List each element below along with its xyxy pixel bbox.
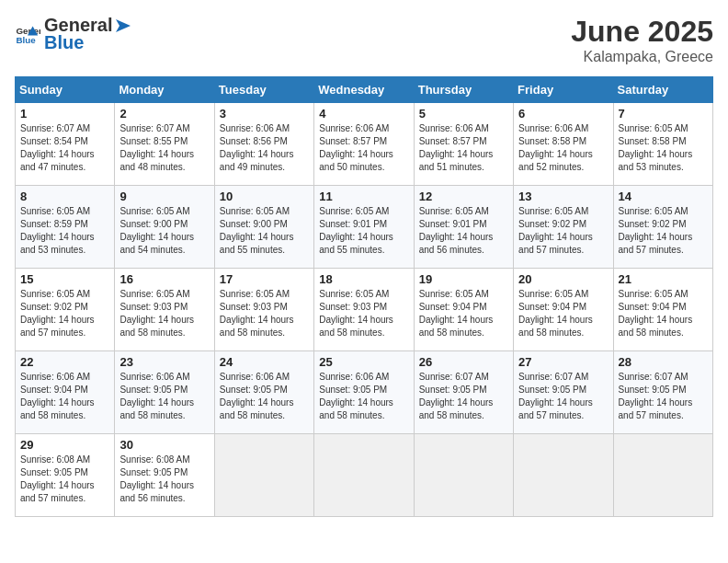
day-number: 8 (20, 190, 109, 203)
day-info: Sunrise: 6:05 AM Sunset: 9:04 PM Dayligh… (619, 288, 708, 339)
calendar-cell: 9Sunrise: 6:05 AM Sunset: 9:00 PM Daylig… (115, 186, 214, 269)
calendar-cell: 13Sunrise: 6:05 AM Sunset: 9:02 PM Dayli… (514, 186, 613, 269)
col-header-tuesday: Tuesday (214, 77, 313, 103)
day-number: 11 (319, 190, 408, 203)
col-header-friday: Friday (514, 77, 613, 103)
day-number: 9 (119, 190, 209, 203)
logo-text-block: General Blue (44, 15, 134, 53)
day-info: Sunrise: 6:06 AM Sunset: 8:57 PM Dayligh… (419, 122, 508, 174)
calendar-cell: 10Sunrise: 6:05 AM Sunset: 9:00 PM Dayli… (214, 186, 313, 269)
day-info: Sunrise: 6:07 AM Sunset: 9:05 PM Dayligh… (419, 371, 508, 422)
day-info: Sunrise: 6:05 AM Sunset: 9:03 PM Dayligh… (119, 288, 209, 339)
day-info: Sunrise: 6:05 AM Sunset: 9:00 PM Dayligh… (220, 205, 309, 257)
day-number: 22 (20, 355, 109, 369)
calendar-week-row: 15Sunrise: 6:05 AM Sunset: 9:02 PM Dayli… (16, 269, 713, 351)
svg-text:Blue: Blue (16, 35, 36, 45)
calendar-table: SundayMondayTuesdayWednesdayThursdayFrid… (15, 76, 713, 517)
calendar-cell: 8Sunrise: 6:05 AM Sunset: 8:59 PM Daylig… (16, 186, 115, 269)
day-number: 3 (220, 107, 309, 121)
day-number: 14 (619, 190, 708, 203)
calendar-cell (414, 434, 513, 517)
day-number: 17 (220, 272, 309, 286)
calendar-cell: 11Sunrise: 6:05 AM Sunset: 9:01 PM Dayli… (314, 186, 414, 269)
calendar-cell: 18Sunrise: 6:05 AM Sunset: 9:03 PM Dayli… (314, 269, 414, 351)
col-header-monday: Monday (115, 77, 214, 103)
calendar-cell: 12Sunrise: 6:05 AM Sunset: 9:01 PM Dayli… (414, 186, 513, 269)
day-number: 24 (220, 355, 309, 369)
calendar-cell: 21Sunrise: 6:05 AM Sunset: 9:04 PM Dayli… (613, 269, 712, 351)
day-info: Sunrise: 6:05 AM Sunset: 9:02 PM Dayligh… (20, 288, 109, 339)
day-number: 29 (20, 438, 109, 452)
calendar-cell: 22Sunrise: 6:06 AM Sunset: 9:04 PM Dayli… (16, 351, 115, 434)
day-info: Sunrise: 6:08 AM Sunset: 9:05 PM Dayligh… (119, 454, 209, 505)
calendar-cell (613, 434, 712, 517)
calendar-cell: 6Sunrise: 6:06 AM Sunset: 8:58 PM Daylig… (514, 103, 613, 186)
col-header-wednesday: Wednesday (314, 77, 414, 103)
day-info: Sunrise: 6:07 AM Sunset: 8:54 PM Dayligh… (20, 122, 109, 174)
calendar-cell: 25Sunrise: 6:06 AM Sunset: 9:05 PM Dayli… (314, 351, 414, 434)
calendar-week-row: 22Sunrise: 6:06 AM Sunset: 9:04 PM Dayli… (16, 351, 713, 434)
day-info: Sunrise: 6:07 AM Sunset: 9:05 PM Dayligh… (518, 371, 608, 422)
day-number: 10 (220, 190, 309, 203)
calendar-cell: 23Sunrise: 6:06 AM Sunset: 9:05 PM Dayli… (115, 351, 214, 434)
day-number: 26 (419, 355, 508, 369)
calendar-cell: 14Sunrise: 6:05 AM Sunset: 9:02 PM Dayli… (613, 186, 712, 269)
col-header-thursday: Thursday (414, 77, 513, 103)
logo-icon: General Blue (15, 21, 40, 47)
calendar-cell: 7Sunrise: 6:05 AM Sunset: 8:58 PM Daylig… (613, 103, 712, 186)
day-number: 30 (119, 438, 209, 452)
day-number: 7 (619, 107, 708, 121)
day-info: Sunrise: 6:05 AM Sunset: 9:02 PM Dayligh… (518, 205, 608, 257)
calendar-cell: 30Sunrise: 6:08 AM Sunset: 9:05 PM Dayli… (115, 434, 214, 517)
day-number: 27 (518, 355, 608, 369)
col-header-sunday: Sunday (16, 77, 115, 103)
day-info: Sunrise: 6:06 AM Sunset: 8:57 PM Dayligh… (319, 122, 408, 174)
day-number: 25 (319, 355, 408, 369)
month-title: June 2025 (571, 15, 713, 49)
day-number: 5 (419, 107, 508, 121)
calendar-cell: 17Sunrise: 6:05 AM Sunset: 9:03 PM Dayli… (214, 269, 313, 351)
calendar-cell: 3Sunrise: 6:06 AM Sunset: 8:56 PM Daylig… (214, 103, 313, 186)
calendar-cell: 16Sunrise: 6:05 AM Sunset: 9:03 PM Dayli… (115, 269, 214, 351)
calendar-header-row: SundayMondayTuesdayWednesdayThursdayFrid… (16, 77, 713, 103)
calendar-cell: 4Sunrise: 6:06 AM Sunset: 8:57 PM Daylig… (314, 103, 414, 186)
day-info: Sunrise: 6:05 AM Sunset: 9:00 PM Dayligh… (119, 205, 209, 257)
calendar-cell: 26Sunrise: 6:07 AM Sunset: 9:05 PM Dayli… (414, 351, 513, 434)
day-info: Sunrise: 6:06 AM Sunset: 9:05 PM Dayligh… (319, 371, 408, 422)
day-info: Sunrise: 6:05 AM Sunset: 8:58 PM Dayligh… (619, 122, 708, 174)
svg-marker-3 (116, 19, 131, 32)
day-info: Sunrise: 6:05 AM Sunset: 9:03 PM Dayligh… (319, 288, 408, 339)
day-number: 6 (518, 107, 608, 121)
calendar-cell (514, 434, 613, 517)
calendar-cell: 1Sunrise: 6:07 AM Sunset: 8:54 PM Daylig… (16, 103, 115, 186)
day-info: Sunrise: 6:05 AM Sunset: 9:02 PM Dayligh… (619, 205, 708, 257)
calendar-cell: 28Sunrise: 6:07 AM Sunset: 9:05 PM Dayli… (613, 351, 712, 434)
day-info: Sunrise: 6:06 AM Sunset: 9:05 PM Dayligh… (220, 371, 309, 422)
day-info: Sunrise: 6:05 AM Sunset: 8:59 PM Dayligh… (20, 205, 109, 257)
logo: General Blue General Blue (15, 15, 134, 53)
logo-arrow-icon (112, 16, 134, 36)
day-number: 28 (619, 355, 708, 369)
day-number: 19 (419, 272, 508, 286)
location-title: Kalampaka, Greece (571, 49, 713, 65)
day-info: Sunrise: 6:05 AM Sunset: 9:04 PM Dayligh… (518, 288, 608, 339)
page-header: General Blue General Blue June 2025 Kala… (15, 15, 713, 65)
calendar-week-row: 1Sunrise: 6:07 AM Sunset: 8:54 PM Daylig… (16, 103, 713, 186)
day-number: 12 (419, 190, 508, 203)
day-number: 18 (319, 272, 408, 286)
day-info: Sunrise: 6:07 AM Sunset: 8:55 PM Dayligh… (119, 122, 209, 174)
day-info: Sunrise: 6:05 AM Sunset: 9:01 PM Dayligh… (419, 205, 508, 257)
day-info: Sunrise: 6:05 AM Sunset: 9:03 PM Dayligh… (220, 288, 309, 339)
calendar-cell: 29Sunrise: 6:08 AM Sunset: 9:05 PM Dayli… (16, 434, 115, 517)
day-number: 13 (518, 190, 608, 203)
calendar-week-row: 8Sunrise: 6:05 AM Sunset: 8:59 PM Daylig… (16, 186, 713, 269)
title-block: June 2025 Kalampaka, Greece (571, 15, 713, 65)
day-number: 15 (20, 272, 109, 286)
day-info: Sunrise: 6:06 AM Sunset: 9:04 PM Dayligh… (20, 371, 109, 422)
day-number: 4 (319, 107, 408, 121)
calendar-cell: 15Sunrise: 6:05 AM Sunset: 9:02 PM Dayli… (16, 269, 115, 351)
calendar-week-row: 29Sunrise: 6:08 AM Sunset: 9:05 PM Dayli… (16, 434, 713, 517)
day-number: 23 (119, 355, 209, 369)
col-header-saturday: Saturday (613, 77, 712, 103)
calendar-cell: 24Sunrise: 6:06 AM Sunset: 9:05 PM Dayli… (214, 351, 313, 434)
